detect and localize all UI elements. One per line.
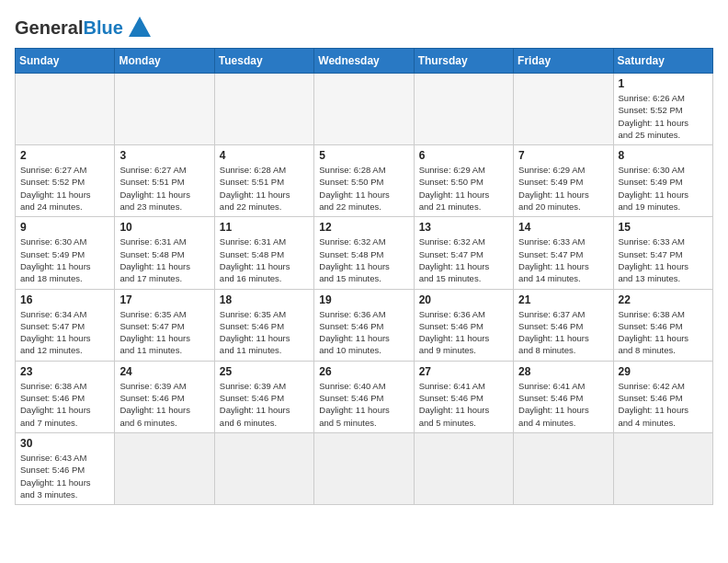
day-number: 5 — [319, 149, 408, 162]
calendar-cell: 15Sunrise: 6:33 AMSunset: 5:47 PMDayligh… — [613, 217, 712, 289]
day-info: Sunrise: 6:42 AMSunset: 5:46 PMDaylight:… — [619, 380, 708, 429]
calendar-cell: 20Sunrise: 6:36 AMSunset: 5:46 PMDayligh… — [414, 289, 513, 361]
day-number: 29 — [619, 365, 708, 378]
calendar-cell — [214, 74, 313, 145]
calendar-cell: 7Sunrise: 6:29 AMSunset: 5:49 PMDaylight… — [514, 145, 613, 217]
calendar-cell: 25Sunrise: 6:39 AMSunset: 5:46 PMDayligh… — [214, 361, 313, 432]
header: GeneralBlue — [15, 15, 713, 40]
day-info: Sunrise: 6:33 AMSunset: 5:47 PMDaylight:… — [518, 236, 608, 284]
calendar-cell: 28Sunrise: 6:41 AMSunset: 5:46 PMDayligh… — [514, 361, 613, 432]
calendar-cell: 21Sunrise: 6:37 AMSunset: 5:46 PMDayligh… — [514, 289, 613, 361]
logo-icon-svg — [127, 15, 153, 40]
calendar-cell — [314, 432, 414, 504]
day-info: Sunrise: 6:28 AMSunset: 5:51 PMDaylight:… — [220, 164, 309, 213]
day-info: Sunrise: 6:38 AMSunset: 5:46 PMDaylight:… — [20, 380, 109, 429]
day-number: 1 — [619, 77, 708, 90]
calendar-cell — [115, 432, 214, 504]
calendar-cell: 6Sunrise: 6:29 AMSunset: 5:50 PMDaylight… — [414, 145, 513, 217]
day-number: 16 — [20, 293, 109, 306]
day-number: 3 — [119, 149, 209, 162]
day-number: 28 — [518, 365, 608, 378]
day-number: 30 — [20, 437, 109, 450]
day-info: Sunrise: 6:28 AMSunset: 5:50 PMDaylight:… — [319, 164, 408, 213]
calendar-cell: 29Sunrise: 6:42 AMSunset: 5:46 PMDayligh… — [613, 361, 712, 432]
day-info: Sunrise: 6:43 AMSunset: 5:46 PMDaylight:… — [20, 452, 109, 500]
day-number: 17 — [119, 293, 209, 306]
day-number: 11 — [220, 221, 309, 234]
day-number: 4 — [220, 149, 309, 162]
calendar-cell — [214, 432, 313, 504]
week-row-6: 30Sunrise: 6:43 AMSunset: 5:46 PMDayligh… — [16, 432, 713, 504]
day-number: 25 — [220, 365, 309, 378]
day-number: 23 — [20, 365, 109, 378]
calendar-cell: 26Sunrise: 6:40 AMSunset: 5:46 PMDayligh… — [314, 361, 414, 432]
day-number: 8 — [619, 149, 708, 162]
day-info: Sunrise: 6:29 AMSunset: 5:50 PMDaylight:… — [419, 164, 508, 213]
day-info: Sunrise: 6:40 AMSunset: 5:46 PMDaylight:… — [319, 380, 408, 429]
day-info: Sunrise: 6:32 AMSunset: 5:47 PMDaylight:… — [419, 236, 508, 284]
day-info: Sunrise: 6:31 AMSunset: 5:48 PMDaylight:… — [119, 236, 209, 284]
day-info: Sunrise: 6:36 AMSunset: 5:46 PMDaylight:… — [419, 308, 508, 357]
day-info: Sunrise: 6:37 AMSunset: 5:46 PMDaylight:… — [518, 308, 608, 357]
calendar-cell: 13Sunrise: 6:32 AMSunset: 5:47 PMDayligh… — [414, 217, 513, 289]
day-info: Sunrise: 6:35 AMSunset: 5:47 PMDaylight:… — [119, 308, 209, 357]
calendar-cell: 23Sunrise: 6:38 AMSunset: 5:46 PMDayligh… — [16, 361, 115, 432]
weekday-header-wednesday: Wednesday — [314, 49, 414, 74]
day-info: Sunrise: 6:30 AMSunset: 5:49 PMDaylight:… — [619, 164, 708, 213]
logo-text: GeneralBlue — [15, 17, 123, 39]
weekday-header-thursday: Thursday — [414, 49, 513, 74]
day-number: 10 — [119, 221, 209, 234]
day-number: 14 — [518, 221, 608, 234]
day-info: Sunrise: 6:39 AMSunset: 5:46 PMDaylight:… — [220, 380, 309, 429]
calendar-cell: 11Sunrise: 6:31 AMSunset: 5:48 PMDayligh… — [214, 217, 313, 289]
calendar-cell: 2Sunrise: 6:27 AMSunset: 5:52 PMDaylight… — [16, 145, 115, 217]
day-number: 13 — [419, 221, 508, 234]
day-info: Sunrise: 6:32 AMSunset: 5:48 PMDaylight:… — [319, 236, 408, 284]
calendar-cell: 30Sunrise: 6:43 AMSunset: 5:46 PMDayligh… — [16, 432, 115, 504]
calendar-cell: 16Sunrise: 6:34 AMSunset: 5:47 PMDayligh… — [16, 289, 115, 361]
day-info: Sunrise: 6:41 AMSunset: 5:46 PMDaylight:… — [419, 380, 508, 429]
day-info: Sunrise: 6:27 AMSunset: 5:51 PMDaylight:… — [119, 164, 209, 213]
weekday-header-monday: Monday — [115, 49, 214, 74]
day-number: 9 — [20, 221, 109, 234]
day-number: 21 — [518, 293, 608, 306]
day-info: Sunrise: 6:39 AMSunset: 5:46 PMDaylight:… — [119, 380, 209, 429]
day-info: Sunrise: 6:35 AMSunset: 5:46 PMDaylight:… — [220, 308, 309, 357]
calendar-cell: 17Sunrise: 6:35 AMSunset: 5:47 PMDayligh… — [115, 289, 214, 361]
day-number: 19 — [319, 293, 408, 306]
calendar-cell: 4Sunrise: 6:28 AMSunset: 5:51 PMDaylight… — [214, 145, 313, 217]
calendar-cell — [16, 74, 115, 145]
calendar-cell: 3Sunrise: 6:27 AMSunset: 5:51 PMDaylight… — [115, 145, 214, 217]
calendar-cell: 1Sunrise: 6:26 AMSunset: 5:52 PMDaylight… — [613, 74, 712, 145]
calendar-cell: 22Sunrise: 6:38 AMSunset: 5:46 PMDayligh… — [613, 289, 712, 361]
calendar-cell: 27Sunrise: 6:41 AMSunset: 5:46 PMDayligh… — [414, 361, 513, 432]
weekday-header-friday: Friday — [514, 49, 613, 74]
calendar-cell — [514, 432, 613, 504]
calendar-cell: 10Sunrise: 6:31 AMSunset: 5:48 PMDayligh… — [115, 217, 214, 289]
calendar-cell — [613, 432, 712, 504]
week-row-3: 9Sunrise: 6:30 AMSunset: 5:49 PMDaylight… — [16, 217, 713, 289]
weekday-header-sunday: Sunday — [16, 49, 115, 74]
day-info: Sunrise: 6:38 AMSunset: 5:46 PMDaylight:… — [619, 308, 708, 357]
logo: GeneralBlue — [15, 15, 153, 40]
day-info: Sunrise: 6:33 AMSunset: 5:47 PMDaylight:… — [619, 236, 708, 284]
day-info: Sunrise: 6:26 AMSunset: 5:52 PMDaylight:… — [619, 92, 708, 141]
calendar-cell: 24Sunrise: 6:39 AMSunset: 5:46 PMDayligh… — [115, 361, 214, 432]
calendar-cell — [414, 74, 513, 145]
calendar-cell: 14Sunrise: 6:33 AMSunset: 5:47 PMDayligh… — [514, 217, 613, 289]
calendar-cell: 18Sunrise: 6:35 AMSunset: 5:46 PMDayligh… — [214, 289, 313, 361]
calendar: SundayMondayTuesdayWednesdayThursdayFrid… — [15, 48, 713, 505]
day-info: Sunrise: 6:31 AMSunset: 5:48 PMDaylight:… — [220, 236, 309, 284]
day-number: 24 — [119, 365, 209, 378]
day-info: Sunrise: 6:29 AMSunset: 5:49 PMDaylight:… — [518, 164, 608, 213]
day-info: Sunrise: 6:34 AMSunset: 5:47 PMDaylight:… — [20, 308, 109, 357]
day-info: Sunrise: 6:30 AMSunset: 5:49 PMDaylight:… — [20, 236, 109, 284]
week-row-4: 16Sunrise: 6:34 AMSunset: 5:47 PMDayligh… — [16, 289, 713, 361]
calendar-cell — [314, 74, 414, 145]
day-number: 18 — [220, 293, 309, 306]
day-info: Sunrise: 6:27 AMSunset: 5:52 PMDaylight:… — [20, 164, 109, 213]
calendar-cell — [514, 74, 613, 145]
calendar-cell: 19Sunrise: 6:36 AMSunset: 5:46 PMDayligh… — [314, 289, 414, 361]
week-row-2: 2Sunrise: 6:27 AMSunset: 5:52 PMDaylight… — [16, 145, 713, 217]
weekday-header-saturday: Saturday — [613, 49, 712, 74]
